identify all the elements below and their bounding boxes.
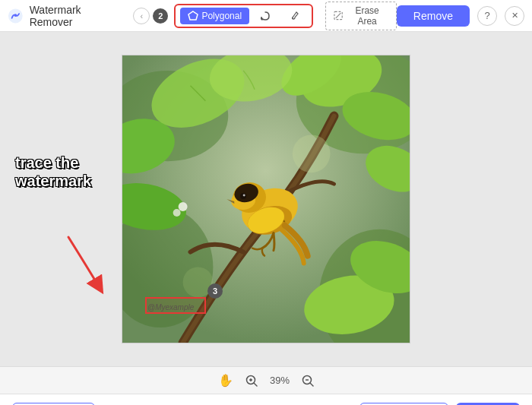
bottom-toolbar: ✋ 39%: [0, 366, 532, 394]
footer: New Image Crop & Save Save: [0, 394, 532, 405]
erase-icon: [334, 11, 343, 21]
zoom-level-label: 39%: [270, 375, 290, 386]
step2-badge: 2: [153, 8, 168, 24]
arrow-annotation: [57, 229, 118, 301]
zoom-out-button[interactable]: [302, 375, 314, 387]
lasso-tool-button[interactable]: [252, 8, 278, 24]
brush-tool-button[interactable]: [281, 8, 307, 24]
svg-point-24: [243, 195, 245, 197]
svg-point-30: [293, 134, 331, 172]
title-bar: Watermark Remover ‹ 2 Polygonal: [0, 0, 532, 32]
erase-area-button[interactable]: Erase Area: [325, 2, 397, 30]
close-icon: ✕: [511, 11, 518, 21]
close-button[interactable]: ✕: [505, 6, 524, 26]
annotation-text: trace the watermark: [15, 153, 91, 190]
hand-icon: ✋: [218, 373, 233, 388]
zoom-in-button[interactable]: [245, 375, 258, 387]
svg-marker-2: [188, 11, 198, 20]
app-title: Watermark Remover: [30, 4, 122, 28]
tool-selector-group: Polygonal: [174, 4, 313, 28]
nav-buttons: ‹ 2: [133, 8, 168, 24]
watermark-selection-box[interactable]: [145, 297, 206, 314]
svg-line-38: [310, 383, 313, 386]
app-logo-icon: [8, 8, 24, 24]
title-left: Watermark Remover ‹ 2 Polygonal: [8, 2, 397, 30]
svg-point-1: [14, 14, 17, 17]
help-icon: ?: [484, 10, 489, 21]
title-right: Remove ? ✕: [397, 5, 524, 27]
zoom-out-icon: [302, 375, 314, 387]
back-button[interactable]: ‹: [133, 8, 150, 24]
zoom-in-icon: [245, 375, 258, 387]
canvas-area: trace the watermark: [0, 32, 532, 366]
polygonal-tool-button[interactable]: Polygonal: [180, 8, 249, 24]
polygonal-icon: [188, 11, 198, 21]
image-container[interactable]: @Myexample 3: [122, 55, 410, 343]
svg-point-29: [173, 209, 181, 217]
lasso-icon: [260, 11, 271, 21]
step3-badge: 3: [207, 283, 223, 299]
svg-point-28: [179, 202, 188, 211]
remove-button[interactable]: Remove: [397, 5, 470, 27]
brush-icon: [289, 11, 299, 21]
svg-line-35: [254, 383, 257, 386]
help-button[interactable]: ?: [477, 6, 497, 26]
bird-image: @Myexample 3: [122, 55, 410, 343]
svg-line-4: [336, 13, 341, 18]
pan-tool-button[interactable]: ✋: [218, 373, 233, 388]
